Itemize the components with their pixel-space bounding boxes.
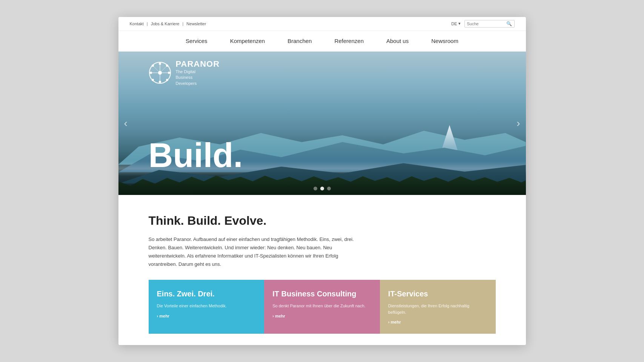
section-headline: Think. Build. Evolve. (149, 214, 496, 228)
utility-bar: Kontakt | Jobs & Karriere | Newsletter D… (118, 17, 526, 31)
utility-link-newsletter[interactable]: Newsletter (186, 21, 206, 26)
search-bar[interactable]: 🔍 (464, 20, 515, 28)
card-it-business-consulting[interactable]: IT Business Consulting So denkt Paranor … (264, 280, 380, 334)
lang-selector[interactable]: DE ▾ (451, 21, 460, 26)
search-icon: 🔍 (506, 21, 512, 26)
browser-window: Kontakt | Jobs & Karriere | Newsletter D… (118, 17, 526, 345)
hero-slider: PARANOR The DigitalBusinessDevelopers ‹ … (118, 52, 526, 195)
svg-point-11 (152, 79, 154, 81)
logo-text: PARANOR The DigitalBusinessDevelopers (176, 59, 220, 86)
search-input[interactable] (467, 21, 505, 26)
nav-item-newsroom[interactable]: Newsroom (420, 31, 470, 51)
hero-headline: Build. (149, 138, 243, 172)
card-it-services[interactable]: IT-Services Dienstleistungen, die Ihren … (380, 280, 496, 334)
svg-line-15 (160, 66, 167, 73)
logo-name: PARANOR (176, 59, 220, 69)
card-title-1: Eins. Zwei. Drei. (157, 289, 256, 298)
slide-dot-3[interactable] (327, 187, 331, 190)
card-desc-2: So denkt Paranor mit Ihnen über die Zuku… (272, 303, 372, 309)
slide-arrow-left[interactable]: ‹ (124, 117, 128, 129)
utility-links: Kontakt | Jobs & Karriere | Newsletter (130, 21, 206, 26)
slide-dots (314, 187, 331, 190)
utility-right: DE ▾ 🔍 (451, 20, 514, 28)
slide-arrow-right[interactable]: › (516, 117, 520, 129)
card-title-2: IT Business Consulting (272, 289, 372, 298)
nav-items: Services Kompetenzen Branchen Referenzen… (174, 31, 470, 51)
utility-link-jobs[interactable]: Jobs & Karriere (151, 21, 180, 26)
nav-item-branchen[interactable]: Branchen (276, 31, 323, 51)
hero-logo: PARANOR The DigitalBusinessDevelopers (149, 59, 220, 86)
nav-item-kompetenzen[interactable]: Kompetenzen (219, 31, 277, 51)
content-section: Think. Build. Evolve. So arbeitet Parano… (118, 195, 526, 345)
card-desc-3: Dienstleistungen, die Ihren Erfolg nachh… (388, 303, 487, 315)
card-link-1[interactable]: mehr (157, 314, 256, 318)
nav-item-about-us[interactable]: About us (375, 31, 420, 51)
utility-link-kontakt[interactable]: Kontakt (130, 21, 144, 26)
cards-row: Eins. Zwei. Drei. Die Vorteile einer ein… (149, 280, 496, 334)
card-eins-zwei-drei[interactable]: Eins. Zwei. Drei. Die Vorteile einer ein… (149, 280, 264, 334)
main-nav: Services Kompetenzen Branchen Referenzen… (118, 31, 526, 52)
slide-dot-2[interactable] (320, 187, 324, 190)
card-link-2[interactable]: mehr (272, 314, 372, 318)
logo-icon (149, 61, 171, 84)
svg-line-14 (153, 66, 160, 73)
svg-point-9 (166, 79, 168, 81)
nav-item-referenzen[interactable]: Referenzen (323, 31, 375, 51)
slide-dot-1[interactable] (314, 187, 317, 190)
card-link-3[interactable]: mehr (388, 320, 487, 324)
card-desc-1: Die Vorteile einer einfachen Methodik. (157, 303, 256, 309)
logo-tagline: The DigitalBusinessDevelopers (176, 69, 220, 86)
card-title-3: IT-Services (388, 289, 487, 298)
section-body: So arbeitet Paranor. Aufbauend auf einer… (149, 235, 360, 268)
nav-item-services[interactable]: Services (174, 31, 219, 51)
